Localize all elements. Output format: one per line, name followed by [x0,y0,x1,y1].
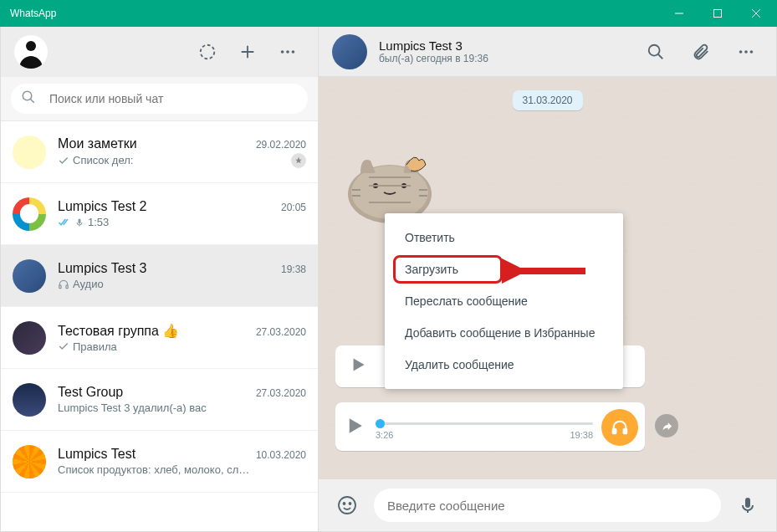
svg-point-10 [649,44,660,55]
maximize-button[interactable] [698,0,737,27]
chat-name: Test Group [58,385,123,400]
chat-item-testgroup-ru[interactable]: Тестовая группа 👍27.03.2020 Правила [1,307,318,369]
chat-name: Тестовая группа 👍 [58,323,179,339]
svg-rect-18 [613,429,616,434]
chat-name: Мои заметки [58,136,137,151]
chat-search-icon[interactable] [639,35,672,69]
forward-icon[interactable] [655,414,678,437]
composer [319,479,776,531]
svg-rect-9 [66,285,68,289]
play-icon[interactable] [347,354,369,379]
search-input[interactable] [49,92,298,105]
profile-avatar[interactable] [14,35,48,69]
audio-elapsed: 3:26 [376,430,393,440]
attach-icon[interactable] [684,35,718,69]
chat-time: 10.03.2020 [256,449,306,461]
svg-point-20 [339,497,355,514]
avatar [13,197,46,231]
chat-item-lumpics[interactable]: Lumpics Test10.03.2020 Список продуктов:… [1,431,318,493]
menu-reply[interactable]: Ответить [385,222,623,253]
menu-delete[interactable]: Удалить сообщение [385,349,623,381]
voice-record-icon[interactable] [731,489,764,522]
svg-point-5 [292,50,295,54]
menu-download[interactable]: Загрузить [385,253,623,285]
chat-name: Lumpics Test 2 [58,199,146,214]
avatar [13,136,46,169]
chat-item-lumpics3[interactable]: Lumpics Test 319:38 Аудио [1,245,318,307]
new-chat-icon[interactable] [231,35,264,69]
menu-star[interactable]: Добавить сообщение в Избранные [385,317,623,349]
chat-menu-icon[interactable] [729,35,763,69]
date-badge: 31.03.2020 [512,90,582,110]
headphones-icon [58,279,69,290]
sticker-message[interactable] [335,127,444,228]
contact-name: Lumpics Test 3 [379,38,627,53]
svg-point-4 [286,50,289,54]
chat-item-notes[interactable]: Мои заметки29.02.2020 Список дел: [1,121,318,183]
message-input[interactable] [374,489,721,522]
menu-forward[interactable]: Переслать сообщение [385,285,623,317]
chat-time: 19:38 [281,263,306,275]
svg-point-12 [744,50,748,54]
status-icon[interactable] [191,35,224,69]
svg-rect-23 [745,498,750,508]
chat-name: Lumpics Test 3 [58,261,146,276]
chat-item-testgroup-en[interactable]: Test Group27.03.2020 Lumpics Test 3 удал… [1,369,318,431]
svg-point-15 [351,166,428,219]
search-container [1,77,318,121]
check-icon [58,340,69,352]
svg-rect-8 [59,285,61,289]
sidebar: Мои заметки29.02.2020 Список дел: Lumpic… [1,27,319,531]
minimize-button[interactable] [660,0,698,27]
app-title: WhatsApp [2,8,660,19]
chat-time: 20:05 [281,202,306,213]
svg-rect-0 [714,10,722,18]
audio-timestamp: 19:38 [570,430,593,440]
svg-rect-19 [624,429,627,434]
play-icon[interactable] [342,413,367,442]
context-menu: Ответить Загрузить Переслать сообщение Д… [385,213,623,389]
chat-name: Lumpics Test [58,447,135,462]
chat-time: 29.02.2020 [256,139,306,151]
svg-point-1 [26,41,36,51]
avatar [13,321,46,355]
chat-item-lumpics2[interactable]: Lumpics Test 220:05 1:53 [1,183,318,245]
sidebar-header [1,27,318,77]
audio-avatar-headphones-icon [601,409,638,446]
svg-point-13 [750,50,754,54]
avatar [13,383,46,417]
chat-time: 27.03.2020 [256,387,306,399]
avatar [13,259,46,293]
titlebar: WhatsApp [0,0,777,27]
check-icon [58,155,69,166]
emoji-icon[interactable] [330,489,364,522]
contact-avatar[interactable] [332,34,367,69]
search-icon [21,90,36,108]
svg-point-22 [350,503,351,504]
delivered-icon [58,217,71,228]
svg-point-11 [739,50,743,54]
svg-point-2 [201,45,215,59]
contact-status: был(-а) сегодня в 19:36 [379,53,627,64]
close-button[interactable] [737,0,775,27]
svg-point-21 [344,503,345,504]
svg-rect-7 [79,218,81,223]
audio-message-2[interactable]: 3:2619:38 [335,402,645,451]
svg-point-3 [281,50,284,54]
chat-header: Lumpics Test 3 был(-а) сегодня в 19:36 [319,27,776,77]
audio-track[interactable]: 3:2619:38 [376,416,593,440]
pin-icon [291,153,306,168]
mic-icon [74,217,84,228]
menu-icon[interactable] [271,35,304,69]
avatar [13,445,46,478]
svg-point-6 [23,91,32,100]
chat-time: 27.03.2020 [256,326,306,338]
chat-list[interactable]: Мои заметки29.02.2020 Список дел: Lumpic… [1,121,318,531]
